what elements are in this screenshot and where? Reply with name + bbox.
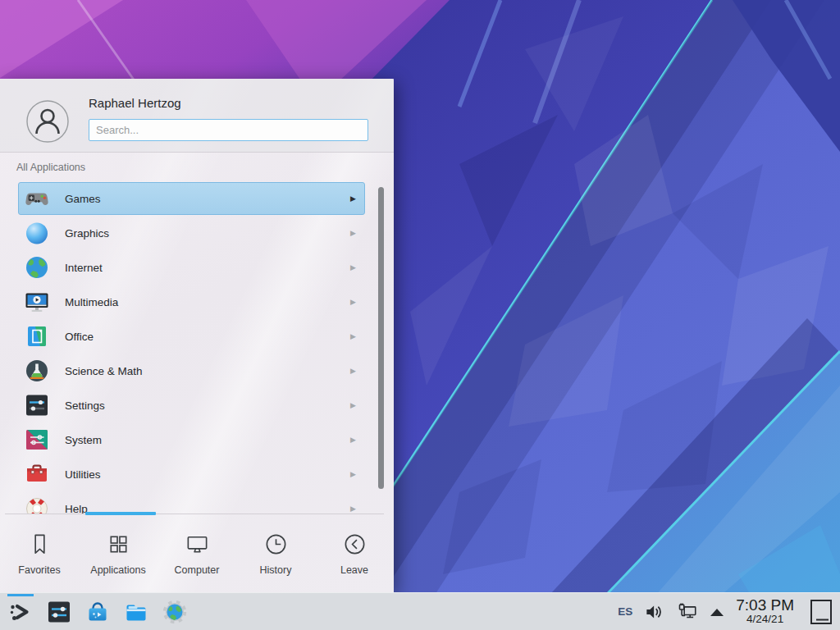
grid-icon [106,532,131,557]
graphics-icon [24,220,50,246]
submenu-arrow-icon: ▶ [350,367,356,375]
internet-icon [24,254,50,281]
desktop: Raphael Hertzog All Applications Games ▶ [0,0,840,630]
scrollbar-thumb[interactable] [378,187,384,489]
category-utilities[interactable]: Utilities ▶ [18,458,365,491]
category-label: Internet [65,262,103,274]
category-office[interactable]: Office ▶ [18,320,365,353]
category-label: Help [65,503,88,514]
office-icon [24,323,50,349]
category-label: Utilities [65,468,101,481]
clock[interactable]: 7:03 PM 4/24/21 [736,597,794,626]
system-tray: ES [618,593,833,630]
category-label: System [65,434,102,446]
user-name: Raphael Hertzog [89,96,181,110]
taskbar-system-settings-button[interactable] [45,593,73,630]
category-label: Multimedia [65,296,118,308]
category-games[interactable]: Games ▶ [18,182,365,215]
show-desktop-button[interactable] [809,598,833,626]
category-graphics[interactable]: Graphics ▶ [18,217,365,249]
category-label: Graphics [65,227,109,240]
expand-tray-icon[interactable] [710,609,724,616]
science-math-icon [24,358,50,384]
taskbar: ES [0,592,840,630]
search-input[interactable] [89,119,368,141]
category-label: Office [65,331,94,343]
taskbar-discover-button[interactable] [84,593,112,630]
bookmark-icon [27,532,52,557]
kde-launcher-icon [7,599,34,625]
section-label: All Applications [16,162,85,173]
clock-icon [263,532,289,557]
leave-icon [342,532,368,557]
volume-icon[interactable] [643,600,666,623]
category-science-math[interactable]: Science & Math ▶ [18,354,365,387]
category-settings[interactable]: Settings ▶ [18,389,365,422]
tabbar-divider [5,514,384,514]
category-system[interactable]: System ▶ [18,423,365,456]
submenu-arrow-icon: ▶ [350,504,356,513]
multimedia-icon [24,289,50,315]
taskbar-app-icons [7,593,189,630]
tab-history[interactable]: History [236,517,315,591]
tab-leave[interactable]: Leave [315,517,394,591]
submenu-arrow-icon: ▶ [350,470,356,478]
folder-icon [123,599,149,625]
system-icon [24,427,50,453]
submenu-arrow-icon: ▶ [350,332,356,340]
launcher-tabbar: Favorites Applications Computer [0,517,394,591]
user-avatar[interactable] [26,100,69,143]
submenu-arrow-icon: ▶ [350,436,356,444]
clock-date: 4/24/21 [736,614,794,626]
settings-icon [24,392,50,418]
category-label: Games [65,193,101,205]
category-list: Games ▶ Graphics ▶ [18,182,365,514]
taskbar-web-browser-button[interactable] [161,593,189,630]
web-browser-icon [162,599,188,625]
utilities-icon [24,461,50,487]
taskbar-file-manager-button[interactable] [122,593,150,630]
application-launcher-popup: Raphael Hertzog All Applications Games ▶ [0,79,394,592]
category-label: Science & Math [65,365,143,377]
tab-favorites[interactable]: Favorites [0,517,79,591]
discover-icon [84,599,111,625]
launcher-header: Raphael Hertzog [0,79,394,153]
submenu-arrow-icon: ▶ [350,263,356,272]
help-icon [24,495,50,514]
category-help[interactable]: Help ▶ [18,492,365,514]
network-icon[interactable] [677,600,700,623]
submenu-arrow-icon: ▶ [350,401,356,409]
taskbar-launcher-button[interactable] [7,593,34,630]
games-icon [24,185,50,212]
computer-icon [185,532,210,557]
tab-computer[interactable]: Computer [158,517,236,591]
tab-applications[interactable]: Applications [79,517,158,591]
submenu-arrow-icon: ▶ [350,229,356,237]
show-desktop-icon [809,598,833,626]
category-label: Settings [65,399,105,412]
clock-time: 7:03 PM [736,597,794,614]
submenu-arrow-icon: ▶ [350,194,356,203]
keyboard-layout-indicator[interactable]: ES [618,605,632,618]
active-tab-indicator [85,512,156,515]
submenu-arrow-icon: ▶ [350,298,356,306]
system-settings-icon [46,599,72,625]
category-internet[interactable]: Internet ▶ [18,251,365,284]
category-multimedia[interactable]: Multimedia ▶ [18,285,365,318]
